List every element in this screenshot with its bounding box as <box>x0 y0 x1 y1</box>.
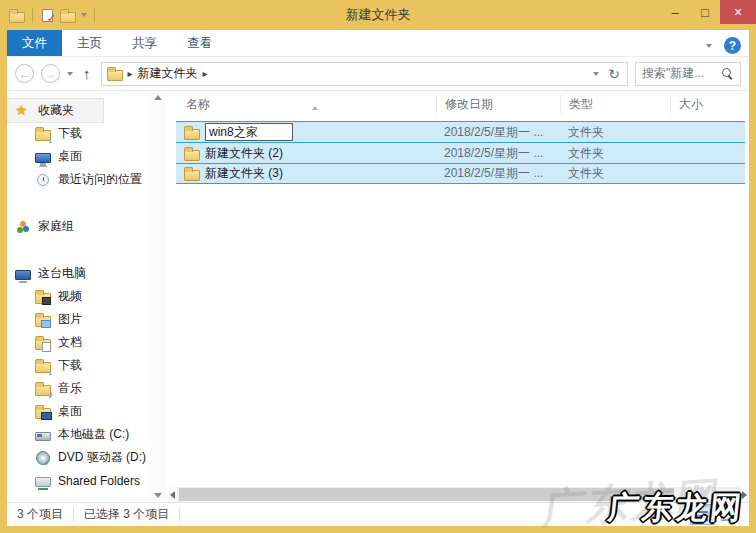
ribbon-tab[interactable]: 主页 <box>62 30 117 56</box>
qat-dropdown-icon[interactable] <box>81 13 87 17</box>
column-header-size[interactable]: 大小 <box>670 94 745 114</box>
horizontal-scrollbar[interactable] <box>168 487 749 502</box>
sidebar-item[interactable]: 音乐 <box>7 377 150 400</box>
sort-ascending-icon[interactable] <box>312 92 318 106</box>
client-area: 文件 主页 共享 查看 ? ← → ↑ ▸ 新建文件夹 ▸ ↻ <box>7 30 749 526</box>
minimize-button[interactable]: – <box>660 0 690 24</box>
scroll-left-icon[interactable] <box>170 491 175 499</box>
minimize-ribbon-icon[interactable] <box>706 44 712 48</box>
scroll-down-icon[interactable] <box>154 493 162 498</box>
computer-icon <box>15 270 31 280</box>
maximize-button[interactable]: □ <box>690 0 720 24</box>
sidebar-item[interactable]: 图片 <box>7 308 150 331</box>
sidebar-item-label: 文档 <box>58 334 82 351</box>
address-dropdown-icon[interactable] <box>593 72 599 76</box>
ribbon-tab[interactable]: 文件 <box>7 30 62 56</box>
sidebar-item[interactable]: Shared Folders <box>7 469 150 492</box>
folder-download-icon <box>35 130 51 141</box>
file-row[interactable]: 新建文件夹 (2) 2018/2/5/星期一 ... 文件夹 <box>176 142 745 163</box>
file-name[interactable]: win8之家 <box>205 123 293 141</box>
sidebar-item[interactable]: 这台电脑 <box>7 262 150 285</box>
up-button[interactable]: ↑ <box>80 65 94 82</box>
sidebar-item-label: 收藏夹 <box>38 102 74 119</box>
sidebar-item-label: 音乐 <box>58 380 82 397</box>
file-date: 2018/2/5/星期一 ... <box>436 165 560 182</box>
ribbon-tab[interactable]: 查看 <box>172 30 227 56</box>
sidebar-item-label: 视频 <box>58 288 82 305</box>
history-dropdown-icon[interactable] <box>67 72 73 76</box>
divider <box>32 8 33 23</box>
ribbon-tab-label: 查看 <box>187 35 212 52</box>
sidebar-item[interactable]: 视频 <box>7 285 150 308</box>
breadcrumb-segment[interactable]: 新建文件夹 <box>138 65 198 82</box>
search-input[interactable]: 搜索"新建... <box>635 62 741 86</box>
file-type: 文件夹 <box>560 165 670 182</box>
breadcrumb-arrow-icon[interactable]: ▸ <box>203 68 208 79</box>
sidebar-item[interactable]: 下载 <box>7 122 150 145</box>
file-row[interactable]: win8之家 2018/2/5/星期一 ... 文件夹 <box>176 121 745 142</box>
column-header-name[interactable]: 名称 <box>176 96 436 113</box>
new-folder-icon[interactable] <box>60 12 76 23</box>
scrollbar-thumb[interactable] <box>179 488 674 501</box>
sidebar-item[interactable]: DVD 驱动器 (D:) <box>7 446 150 469</box>
thumbnails-view-button[interactable] <box>717 505 739 524</box>
refresh-icon[interactable]: ↻ <box>608 66 620 82</box>
file-name-cell: win8之家 <box>176 123 436 141</box>
star-icon <box>15 103 31 119</box>
close-button[interactable]: × <box>720 0 756 24</box>
file-date: 2018/2/5/星期一 ... <box>436 145 560 162</box>
sidebar-item[interactable]: 文档 <box>7 331 150 354</box>
column-header-date[interactable]: 修改日期 <box>436 94 560 114</box>
explorer-window: { "window": { "title": "新建文件夹", "control… <box>0 0 756 533</box>
sidebar-item[interactable]: 下载 <box>7 354 150 377</box>
sidebar-item[interactable]: 家庭组 <box>7 215 150 238</box>
sidebar-item-label: Shared Folders <box>58 474 140 488</box>
titlebar: 新建文件夹 – □ × <box>0 0 756 30</box>
network-folder-icon <box>35 477 51 487</box>
back-button[interactable]: ← <box>15 64 34 83</box>
selected-count: 已选择 3 个项目 <box>84 506 169 523</box>
breadcrumb-arrow-icon[interactable]: ▸ <box>128 68 133 79</box>
sidebar-item[interactable]: 最近访问的位置 <box>7 168 150 191</box>
sidebar-item-label: DVD 驱动器 (D:) <box>58 449 146 466</box>
ribbon-tools: ? <box>706 37 741 54</box>
sidebar-item-label: 图片 <box>58 311 82 328</box>
folder-icon <box>184 129 200 140</box>
folder-icon <box>107 70 123 81</box>
properties-icon[interactable] <box>42 9 53 22</box>
folder-download-icon <box>35 362 51 373</box>
sidebar-item[interactable]: 本地磁盘 (C:) <box>7 423 150 446</box>
column-header-type[interactable]: 类型 <box>560 94 670 114</box>
ribbon-tab-label: 文件 <box>22 35 47 52</box>
folder-desktop-icon <box>35 408 51 419</box>
file-row[interactable]: 新建文件夹 (3) 2018/2/5/星期一 ... 文件夹 <box>176 163 745 184</box>
address-bar[interactable]: ▸ 新建文件夹 ▸ ↻ <box>101 62 629 86</box>
window-controls: – □ × <box>660 0 756 24</box>
search-placeholder: 搜索"新建... <box>642 65 717 82</box>
details-view-button[interactable] <box>691 505 713 524</box>
ribbon-tab[interactable]: 共享 <box>117 30 172 56</box>
column-header-row: 名称 修改日期 类型 大小 <box>176 91 745 117</box>
file-name[interactable]: 新建文件夹 (3) <box>205 165 283 182</box>
sidebar-item-label: 这台电脑 <box>38 265 86 282</box>
navigation-bar: ← → ↑ ▸ 新建文件夹 ▸ ↻ 搜索"新建... <box>7 57 749 91</box>
file-name-cell: 新建文件夹 (2) <box>176 145 436 162</box>
sidebar-item[interactable]: 收藏夹 <box>7 99 103 122</box>
help-icon[interactable]: ? <box>724 37 741 54</box>
sidebar-item[interactable]: 桌面 <box>7 145 150 168</box>
scrollbar-track[interactable] <box>177 487 740 502</box>
sidebar-scrollbar[interactable] <box>150 91 166 502</box>
thumbnails-view-icon <box>721 509 736 521</box>
divider <box>179 508 180 522</box>
scroll-right-icon[interactable] <box>742 491 747 499</box>
file-name[interactable]: 新建文件夹 (2) <box>205 145 283 162</box>
search-icon[interactable] <box>721 67 734 80</box>
sidebar-item-label: 家庭组 <box>38 218 74 235</box>
file-list-area: 名称 修改日期 类型 大小 win8之家 2018/2/5/星期一 ... 文件… <box>166 91 749 502</box>
status-bar: 3 个项目 已选择 3 个项目 <box>7 502 749 526</box>
forward-button[interactable]: → <box>41 64 60 83</box>
sidebar-item[interactable]: 桌面 <box>7 400 150 423</box>
recent-icon <box>37 174 49 186</box>
file-rows: win8之家 2018/2/5/星期一 ... 文件夹 新建文件夹 (2) 20… <box>176 121 745 184</box>
scroll-up-icon[interactable] <box>154 95 162 100</box>
